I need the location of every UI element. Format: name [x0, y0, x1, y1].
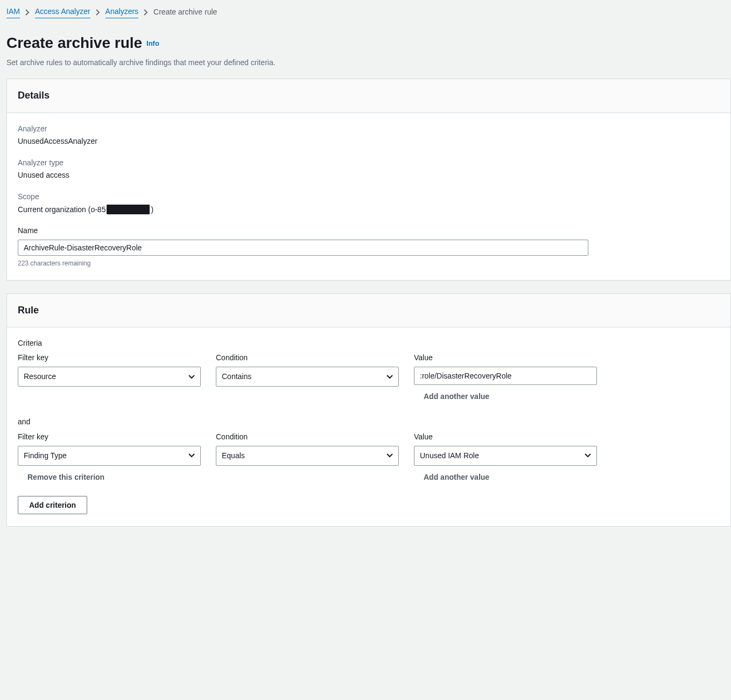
value-input[interactable]: [414, 367, 597, 385]
chevron-down-icon: [386, 453, 393, 458]
name-input[interactable]: [18, 240, 588, 256]
details-panel-title: Details: [7, 79, 730, 113]
chevron-down-icon: [188, 453, 195, 458]
add-another-value-link[interactable]: Add another value: [424, 472, 489, 483]
filter-key-label: Filter key: [18, 353, 201, 363]
chevron-right-icon: [25, 9, 30, 16]
rule-panel: Rule Criteria Filter key Resource Condit…: [6, 293, 731, 527]
name-hint: 223 characters remaining: [18, 259, 720, 268]
chevron-down-icon: [585, 453, 591, 458]
filter-key-value: Resource: [24, 372, 56, 381]
chevron-right-icon: [144, 9, 148, 16]
filter-key-select[interactable]: Finding Type: [18, 446, 201, 466]
analyzer-value: UnusedAccessAnalyzer: [18, 136, 720, 147]
condition-select[interactable]: Equals: [216, 446, 399, 466]
filter-key-select[interactable]: Resource: [18, 367, 201, 387]
scope-suffix: ): [151, 205, 153, 215]
condition-select[interactable]: Contains: [216, 367, 399, 387]
condition-label: Condition: [216, 353, 399, 363]
value-label: Value: [414, 353, 597, 363]
breadcrumb: IAM Access Analyzer Analyzers Create arc…: [6, 4, 731, 25]
value-label: Value: [414, 432, 597, 443]
analyzer-type-label: Analyzer type: [18, 158, 720, 169]
condition-value: Contains: [222, 372, 251, 381]
scope-label: Scope: [18, 192, 720, 202]
scope-prefix: Current organization (o-85: [18, 205, 106, 215]
breadcrumb-access-analyzer[interactable]: Access Analyzer: [35, 6, 90, 18]
chevron-down-icon: [386, 375, 393, 379]
add-another-value-link[interactable]: Add another value: [424, 391, 489, 402]
criteria-label: Criteria: [18, 338, 720, 349]
remove-criterion-link[interactable]: Remove this criterion: [27, 472, 104, 483]
page-subtitle: Set archive rules to automatically archi…: [6, 58, 731, 68]
value-select-text: Unused IAM Role: [420, 451, 479, 460]
details-panel: Details Analyzer UnusedAccessAnalyzer An…: [6, 79, 731, 280]
breadcrumb-analyzers[interactable]: Analyzers: [106, 6, 138, 18]
redacted-block: [107, 205, 150, 214]
rule-panel-title: Rule: [7, 294, 730, 327]
analyzer-label: Analyzer: [18, 124, 720, 135]
add-criterion-button[interactable]: Add criterion: [18, 496, 87, 514]
criteria-row: Filter key Resource Condition Contains V…: [18, 353, 720, 402]
condition-value: Equals: [222, 451, 245, 460]
analyzer-type-value: Unused access: [18, 170, 720, 181]
filter-key-value: Finding Type: [24, 451, 67, 460]
breadcrumb-current: Create archive rule: [153, 7, 217, 18]
info-link[interactable]: Info: [146, 39, 159, 47]
chevron-down-icon: [188, 375, 195, 379]
chevron-right-icon: [96, 9, 100, 16]
name-label: Name: [18, 226, 720, 236]
criteria-row: Filter key Finding Type Remove this crit…: [18, 432, 720, 483]
breadcrumb-iam[interactable]: IAM: [6, 6, 20, 18]
filter-key-label: Filter key: [18, 432, 201, 443]
page-title: Create archive rule: [6, 32, 142, 53]
and-label: and: [18, 417, 720, 428]
condition-label: Condition: [216, 432, 399, 443]
scope-value: Current organization (o-85 ): [18, 205, 153, 215]
value-select[interactable]: Unused IAM Role: [414, 446, 597, 466]
